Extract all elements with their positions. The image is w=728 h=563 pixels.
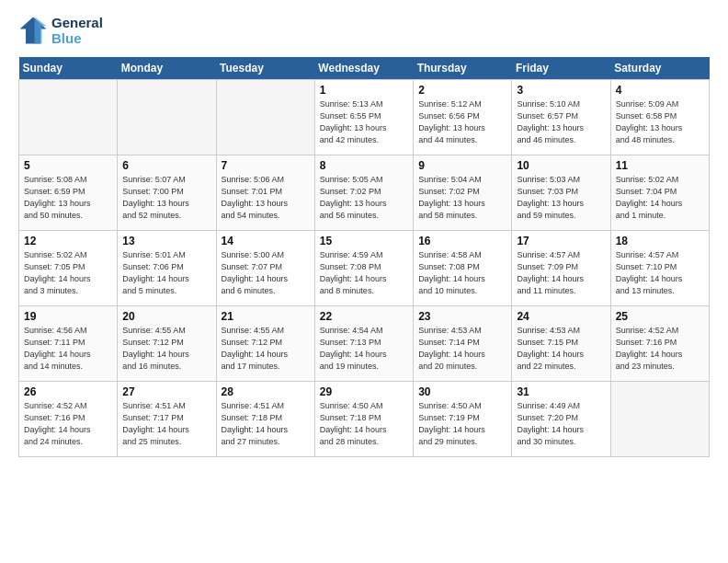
calendar-cell: 31Sunrise: 4:49 AMSunset: 7:20 PMDayligh…	[512, 382, 610, 457]
day-info: Sunrise: 4:58 AMSunset: 7:08 PMDaylight:…	[418, 249, 506, 297]
day-info: Sunrise: 4:53 AMSunset: 7:15 PMDaylight:…	[517, 325, 605, 373]
calendar-cell: 26Sunrise: 4:52 AMSunset: 7:16 PMDayligh…	[19, 382, 118, 457]
calendar-cell: 19Sunrise: 4:56 AMSunset: 7:11 PMDayligh…	[19, 306, 118, 382]
day-number: 23	[418, 310, 506, 323]
day-info: Sunrise: 4:55 AMSunset: 7:12 PMDaylight:…	[222, 325, 310, 373]
calendar-cell: 7Sunrise: 5:06 AMSunset: 7:01 PMDaylight…	[216, 155, 314, 231]
day-number: 31	[517, 385, 605, 398]
weekday-header-sunday: Sunday	[19, 57, 118, 80]
calendar-cell: 10Sunrise: 5:03 AMSunset: 7:03 PMDayligh…	[512, 155, 610, 231]
day-number: 30	[418, 385, 506, 398]
calendar-cell: 17Sunrise: 4:57 AMSunset: 7:09 PMDayligh…	[512, 231, 610, 306]
svg-marker-0	[20, 17, 47, 44]
day-number: 24	[517, 310, 605, 323]
day-info: Sunrise: 5:06 AMSunset: 7:01 PMDaylight:…	[222, 174, 310, 222]
page-container: General Blue SundayMondayTuesdayWednesda…	[0, 0, 728, 466]
day-info: Sunrise: 4:52 AMSunset: 7:16 PMDaylight:…	[616, 325, 704, 373]
day-info: Sunrise: 4:56 AMSunset: 7:11 PMDaylight:…	[24, 325, 112, 373]
calendar-cell: 29Sunrise: 4:50 AMSunset: 7:18 PMDayligh…	[314, 382, 413, 457]
day-number: 29	[320, 385, 408, 398]
calendar-cell: 3Sunrise: 5:10 AMSunset: 6:57 PMDaylight…	[512, 80, 610, 155]
day-number: 2	[418, 84, 506, 97]
day-number: 9	[418, 159, 506, 172]
calendar-cell: 12Sunrise: 5:02 AMSunset: 7:05 PMDayligh…	[19, 231, 118, 306]
day-info: Sunrise: 4:59 AMSunset: 7:08 PMDaylight:…	[320, 249, 408, 297]
svg-marker-1	[35, 17, 47, 44]
calendar-cell: 27Sunrise: 4:51 AMSunset: 7:17 PMDayligh…	[118, 382, 216, 457]
calendar-week-row: 26Sunrise: 4:52 AMSunset: 7:16 PMDayligh…	[19, 382, 710, 457]
day-info: Sunrise: 5:03 AMSunset: 7:03 PMDaylight:…	[517, 174, 605, 222]
calendar-cell: 14Sunrise: 5:00 AMSunset: 7:07 PMDayligh…	[216, 231, 314, 306]
weekday-header-tuesday: Tuesday	[216, 57, 314, 80]
day-info: Sunrise: 5:10 AMSunset: 6:57 PMDaylight:…	[517, 98, 605, 146]
day-number: 10	[517, 159, 605, 172]
calendar-table: SundayMondayTuesdayWednesdayThursdayFrid…	[18, 57, 710, 457]
day-number: 13	[122, 235, 210, 247]
day-number: 16	[418, 235, 506, 247]
calendar-cell	[118, 80, 216, 155]
weekday-header-friday: Friday	[512, 57, 610, 80]
day-number: 25	[616, 310, 704, 323]
calendar-cell: 24Sunrise: 4:53 AMSunset: 7:15 PMDayligh…	[512, 306, 610, 382]
calendar-cell: 8Sunrise: 5:05 AMSunset: 7:02 PMDaylight…	[314, 155, 413, 231]
day-info: Sunrise: 5:05 AMSunset: 7:02 PMDaylight:…	[320, 174, 408, 222]
day-info: Sunrise: 5:02 AMSunset: 7:05 PMDaylight:…	[24, 249, 112, 297]
calendar-cell: 22Sunrise: 4:54 AMSunset: 7:13 PMDayligh…	[314, 306, 413, 382]
day-number: 15	[320, 235, 408, 247]
day-number: 19	[24, 310, 112, 323]
calendar-cell	[19, 80, 118, 155]
calendar-cell: 30Sunrise: 4:50 AMSunset: 7:19 PMDayligh…	[414, 382, 512, 457]
calendar-cell: 6Sunrise: 5:07 AMSunset: 7:00 PMDaylight…	[118, 155, 216, 231]
day-number: 14	[222, 235, 310, 247]
day-number: 17	[517, 235, 605, 247]
calendar-week-row: 19Sunrise: 4:56 AMSunset: 7:11 PMDayligh…	[19, 306, 710, 382]
day-number: 7	[222, 159, 310, 172]
day-info: Sunrise: 4:51 AMSunset: 7:17 PMDaylight:…	[122, 400, 210, 448]
day-number: 26	[24, 385, 112, 398]
day-info: Sunrise: 5:12 AMSunset: 6:56 PMDaylight:…	[418, 98, 506, 146]
weekday-header-saturday: Saturday	[610, 57, 709, 80]
weekday-header-wednesday: Wednesday	[314, 57, 413, 80]
day-number: 4	[616, 84, 704, 97]
day-info: Sunrise: 5:13 AMSunset: 6:55 PMDaylight:…	[320, 98, 408, 146]
calendar-cell: 28Sunrise: 4:51 AMSunset: 7:18 PMDayligh…	[216, 382, 314, 457]
day-number: 18	[616, 235, 704, 247]
day-info: Sunrise: 4:57 AMSunset: 7:09 PMDaylight:…	[517, 249, 605, 297]
calendar-cell: 20Sunrise: 4:55 AMSunset: 7:12 PMDayligh…	[118, 306, 216, 382]
day-info: Sunrise: 4:52 AMSunset: 7:16 PMDaylight:…	[24, 400, 112, 448]
calendar-cell	[610, 382, 709, 457]
calendar-week-row: 12Sunrise: 5:02 AMSunset: 7:05 PMDayligh…	[19, 231, 710, 306]
day-info: Sunrise: 5:00 AMSunset: 7:07 PMDaylight:…	[222, 249, 310, 297]
calendar-cell: 16Sunrise: 4:58 AMSunset: 7:08 PMDayligh…	[414, 231, 512, 306]
calendar-cell: 4Sunrise: 5:09 AMSunset: 6:58 PMDaylight…	[610, 80, 709, 155]
calendar-cell: 5Sunrise: 5:08 AMSunset: 6:59 PMDaylight…	[19, 155, 118, 231]
calendar-cell: 11Sunrise: 5:02 AMSunset: 7:04 PMDayligh…	[610, 155, 709, 231]
calendar-cell: 1Sunrise: 5:13 AMSunset: 6:55 PMDaylight…	[314, 80, 413, 155]
day-number: 28	[222, 385, 310, 398]
day-number: 11	[616, 159, 704, 172]
calendar-cell: 23Sunrise: 4:53 AMSunset: 7:14 PMDayligh…	[414, 306, 512, 382]
day-number: 21	[222, 310, 310, 323]
day-info: Sunrise: 4:57 AMSunset: 7:10 PMDaylight:…	[616, 249, 704, 297]
day-number: 20	[122, 310, 210, 323]
day-info: Sunrise: 4:53 AMSunset: 7:14 PMDaylight:…	[418, 325, 506, 373]
page-header: General Blue	[18, 15, 710, 46]
day-info: Sunrise: 4:54 AMSunset: 7:13 PMDaylight:…	[320, 325, 408, 373]
calendar-cell: 2Sunrise: 5:12 AMSunset: 6:56 PMDaylight…	[414, 80, 512, 155]
day-number: 22	[320, 310, 408, 323]
day-info: Sunrise: 4:50 AMSunset: 7:19 PMDaylight:…	[418, 400, 506, 448]
day-number: 3	[517, 84, 605, 97]
calendar-cell: 9Sunrise: 5:04 AMSunset: 7:02 PMDaylight…	[414, 155, 512, 231]
weekday-header-row: SundayMondayTuesdayWednesdayThursdayFrid…	[19, 57, 710, 80]
day-info: Sunrise: 4:55 AMSunset: 7:12 PMDaylight:…	[122, 325, 210, 373]
day-number: 5	[24, 159, 112, 172]
day-info: Sunrise: 4:51 AMSunset: 7:18 PMDaylight:…	[222, 400, 310, 448]
weekday-header-monday: Monday	[118, 57, 216, 80]
calendar-cell: 18Sunrise: 4:57 AMSunset: 7:10 PMDayligh…	[610, 231, 709, 306]
calendar-cell: 15Sunrise: 4:59 AMSunset: 7:08 PMDayligh…	[314, 231, 413, 306]
day-info: Sunrise: 5:04 AMSunset: 7:02 PMDaylight:…	[418, 174, 506, 222]
day-info: Sunrise: 5:08 AMSunset: 6:59 PMDaylight:…	[24, 174, 112, 222]
day-info: Sunrise: 5:02 AMSunset: 7:04 PMDaylight:…	[616, 174, 704, 222]
calendar-cell: 21Sunrise: 4:55 AMSunset: 7:12 PMDayligh…	[216, 306, 314, 382]
day-info: Sunrise: 5:01 AMSunset: 7:06 PMDaylight:…	[122, 249, 210, 297]
